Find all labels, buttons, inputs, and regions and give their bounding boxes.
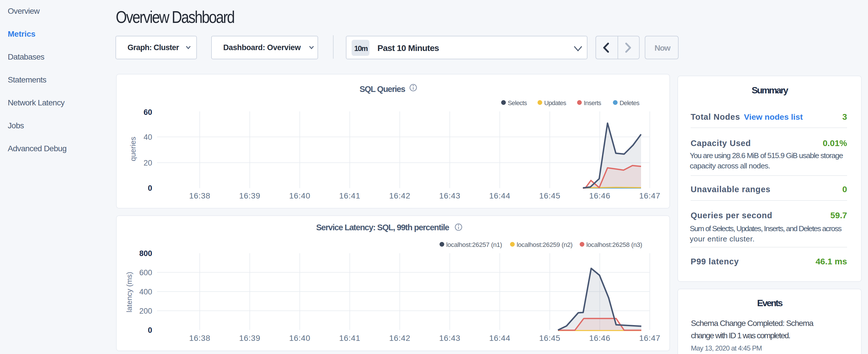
svg-text:20: 20	[144, 159, 152, 167]
svg-text:0: 0	[148, 184, 152, 192]
svg-text:16:44: 16:44	[489, 191, 510, 200]
svg-text:Deletes: Deletes	[620, 99, 640, 106]
svg-text:200: 200	[139, 307, 152, 315]
svg-text:40: 40	[144, 133, 152, 141]
svg-text:Updates: Updates	[544, 99, 566, 106]
svg-text:16:47: 16:47	[639, 191, 660, 200]
svg-text:16:44: 16:44	[489, 334, 510, 343]
svg-text:600: 600	[139, 268, 152, 277]
svg-text:localhost:26258 (n3): localhost:26258 (n3)	[586, 241, 642, 248]
svg-text:16:47: 16:47	[639, 334, 660, 343]
svg-text:16:43: 16:43	[439, 334, 460, 343]
svg-text:16:40: 16:40	[289, 191, 310, 200]
svg-text:400: 400	[139, 288, 152, 296]
svg-text:16:41: 16:41	[339, 191, 360, 200]
svg-text:16:39: 16:39	[239, 191, 260, 200]
svg-text:16:42: 16:42	[389, 334, 410, 343]
svg-text:Selects: Selects	[508, 99, 527, 106]
svg-text:localhost:26257 (n1): localhost:26257 (n1)	[446, 241, 502, 248]
svg-text:Service Latency: SQL, 99th per: Service Latency: SQL, 99th percentile	[316, 223, 449, 232]
svg-text:16:43: 16:43	[439, 191, 460, 200]
svg-text:60: 60	[144, 108, 152, 117]
svg-text:queries: queries	[129, 137, 137, 161]
svg-text:16:40: 16:40	[289, 334, 310, 343]
svg-text:16:41: 16:41	[339, 334, 360, 343]
svg-text:16:46: 16:46	[589, 334, 610, 343]
svg-text:16:46: 16:46	[589, 191, 610, 200]
svg-text:latency (ms): latency (ms)	[125, 272, 133, 313]
svg-text:16:45: 16:45	[539, 334, 560, 343]
svg-text:Inserts: Inserts	[584, 99, 601, 106]
svg-text:16:38: 16:38	[189, 334, 210, 343]
svg-text:16:42: 16:42	[389, 191, 410, 200]
svg-text:800: 800	[139, 249, 152, 258]
svg-text:16:39: 16:39	[239, 334, 260, 343]
svg-text:16:38: 16:38	[189, 191, 210, 200]
svg-text:SQL Queries: SQL Queries	[360, 85, 405, 94]
svg-text:16:45: 16:45	[539, 191, 560, 200]
svg-text:0: 0	[148, 326, 152, 334]
svg-text:localhost:26259 (n2): localhost:26259 (n2)	[517, 241, 572, 248]
